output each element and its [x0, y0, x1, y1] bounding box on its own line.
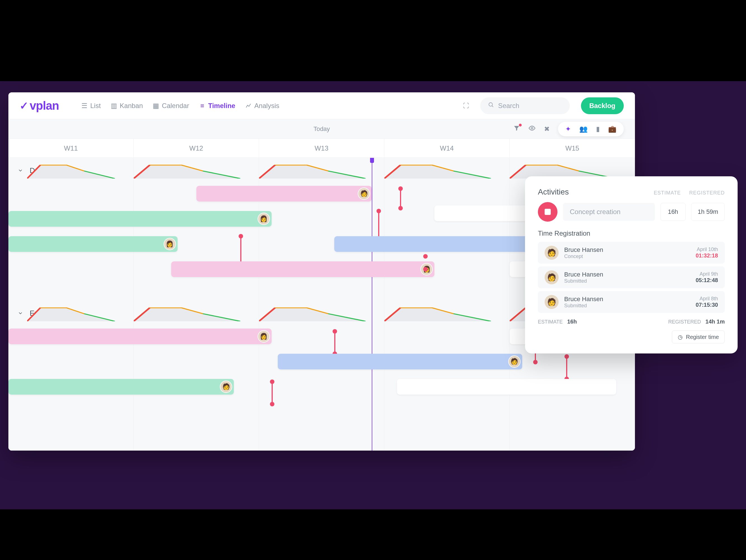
entry-status: Submitted — [564, 303, 690, 309]
kanban-icon: ▥ — [111, 103, 117, 109]
avatar: 👩 — [164, 238, 176, 250]
entry-status: Submitted — [564, 278, 690, 284]
task-bar[interactable]: 👩 — [8, 211, 271, 227]
link-dot-icon — [423, 267, 428, 272]
register-time-label: Register time — [686, 334, 719, 340]
task-bar[interactable] — [397, 379, 616, 395]
total-registered-label: REGISTERED — [668, 319, 701, 325]
entry-time: 01:32:18 — [696, 252, 718, 259]
avatar: 👩 — [258, 213, 270, 225]
entry-time: 05:12:48 — [696, 277, 718, 283]
list-icon: ☰ — [81, 103, 88, 109]
week-col[interactable]: W14 — [384, 139, 510, 158]
task-bar[interactable]: 👩 — [8, 329, 271, 344]
entry-time: 07:15:30 — [696, 302, 718, 308]
stop-button[interactable] — [538, 202, 557, 222]
time-entry[interactable]: 🧑 Bruce Hansen Submitted April 9th 05:12… — [538, 267, 725, 288]
calendar-icon: ▦ — [153, 103, 159, 109]
timeline-icon: ≡ — [199, 103, 205, 109]
col-registered: REGISTERED — [689, 190, 725, 196]
search-input[interactable]: Search — [480, 97, 570, 114]
weeks-header: W11 W12 W13 W14 W15 — [8, 139, 635, 158]
activity-name[interactable]: Concept creation — [563, 203, 655, 221]
avatar: 🧑 — [545, 246, 558, 260]
registered-value: 1h 59m — [691, 203, 725, 221]
eye-icon[interactable] — [528, 124, 536, 134]
logo: vplan — [20, 99, 59, 112]
nav: ☰ List ▥ Kanban ▦ Calendar ≡ Timeline An… — [81, 102, 280, 110]
panel-title: Activities — [538, 188, 569, 196]
nav-timeline[interactable]: ≡ Timeline — [199, 102, 235, 110]
link-icon — [378, 211, 379, 239]
week-col[interactable]: W13 — [259, 139, 384, 158]
total-estimate-label: ESTIMATE — [538, 319, 563, 325]
link-icon — [271, 382, 273, 404]
search-icon — [488, 102, 494, 110]
nav-kanban-label: Kanban — [120, 102, 143, 110]
total-registered-value: 14h 1m — [706, 318, 725, 325]
today-label[interactable]: Today — [314, 125, 330, 133]
analysis-icon — [245, 103, 252, 109]
people-icon[interactable]: 👥 — [579, 125, 588, 133]
nav-calendar[interactable]: ▦ Calendar — [153, 102, 189, 110]
activity-row: Concept creation 16h 1h 59m — [538, 202, 725, 222]
avatar: 🧑 — [220, 381, 232, 393]
group-execution-label: Execution — [30, 309, 61, 318]
time-entry[interactable]: 🧑 Bruce Hansen Concept April 10th 01:32:… — [538, 242, 725, 263]
nav-timeline-label: Timeline — [208, 102, 235, 110]
svg-point-2 — [531, 127, 533, 129]
nav-list[interactable]: ☰ List — [81, 102, 101, 110]
entry-date: April 10th — [696, 247, 718, 252]
topbar: vplan ☰ List ▥ Kanban ▦ Calendar ≡ Timel… — [8, 92, 635, 119]
activities-panel: Activities ESTIMATE REGISTERED Concept c… — [525, 176, 738, 354]
week-col[interactable]: W12 — [134, 139, 259, 158]
nav-list-label: List — [90, 102, 101, 110]
entry-name: Bruce Hansen — [564, 246, 690, 254]
week-col[interactable]: W15 — [510, 139, 635, 158]
total-estimate-value: 16h — [567, 318, 577, 325]
briefcase-icon[interactable]: 💼 — [608, 125, 616, 133]
avatar: 🧑 — [545, 295, 558, 309]
link-icon — [400, 189, 401, 208]
link-icon — [240, 236, 241, 264]
task-bar[interactable]: 🧑 — [196, 186, 372, 201]
puzzle-icon[interactable]: ✦ — [565, 125, 571, 133]
col-estimate: ESTIMATE — [654, 190, 681, 196]
task-bar[interactable]: 👩 — [8, 236, 178, 252]
avatar: 🧑 — [545, 270, 558, 284]
toolbar: Today ✖ ✦ 👥 ▮ 💼 — [8, 119, 635, 139]
link-dot-icon — [423, 254, 428, 259]
backlog-button[interactable]: Backlog — [581, 97, 624, 114]
expand-icon[interactable]: ⛶ — [463, 102, 469, 109]
task-bar[interactable]: 👩 — [171, 261, 434, 277]
entry-status: Concept — [564, 254, 690, 259]
nav-kanban[interactable]: ▥ Kanban — [111, 102, 143, 110]
avatar: 🧑 — [358, 188, 370, 200]
stop-icon — [545, 209, 551, 215]
entry-date: April 8th — [696, 296, 718, 302]
week-col[interactable]: W11 — [8, 139, 134, 158]
stack-icon[interactable]: ▮ — [596, 125, 600, 133]
filter-icon[interactable] — [513, 125, 520, 133]
svg-line-1 — [492, 106, 493, 107]
wrench-icon[interactable]: ✖ — [544, 125, 550, 133]
entry-date: April 9th — [696, 271, 718, 277]
clock-icon: ◷ — [678, 334, 683, 340]
time-entry[interactable]: 🧑 Bruce Hansen Submitted April 8th 07:15… — [538, 291, 725, 313]
search-placeholder: Search — [498, 102, 519, 110]
avatar: 👩 — [258, 330, 270, 342]
entry-name: Bruce Hansen — [564, 296, 690, 303]
entry-name: Bruce Hansen — [564, 271, 690, 278]
nav-analysis[interactable]: Analysis — [245, 102, 279, 110]
link-icon — [566, 357, 567, 379]
group-design-label: Design — [30, 166, 52, 175]
task-bar[interactable]: 🧑 — [278, 354, 522, 369]
register-time-button[interactable]: ◷ Register time — [672, 331, 725, 343]
link-icon — [334, 331, 335, 354]
section-time-registration: Time Registration — [538, 229, 725, 237]
nav-analysis-label: Analysis — [254, 102, 279, 110]
task-bar[interactable]: 🧑 — [8, 379, 234, 395]
chevron-down-icon — [17, 167, 24, 174]
svg-point-0 — [489, 103, 492, 106]
nav-calendar-label: Calendar — [162, 102, 189, 110]
